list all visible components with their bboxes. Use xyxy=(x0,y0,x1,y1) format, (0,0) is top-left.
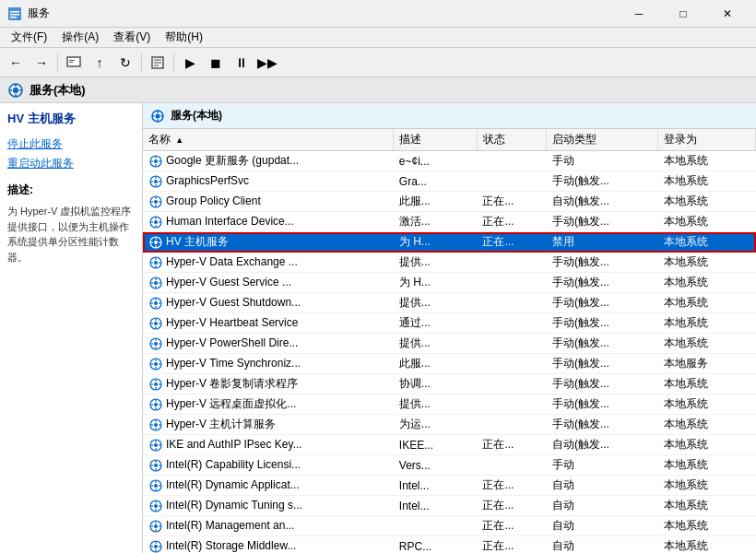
cell-name: Hyper-V 卷影复制请求程序 xyxy=(143,374,394,394)
table-row[interactable]: Hyper-V Time Synchroniz... 此服... 手动(触发..… xyxy=(143,354,756,374)
cell-startup: 自动 xyxy=(547,496,658,516)
window-title: 服务 xyxy=(28,6,618,21)
up-button[interactable]: ↑ xyxy=(88,52,112,74)
right-header-title: 服务(本地) xyxy=(171,108,222,124)
cell-name: Hyper-V Guest Shutdown... xyxy=(143,293,394,313)
menu-file[interactable]: 文件(F) xyxy=(4,28,54,47)
cell-status xyxy=(477,293,547,313)
cell-startup: 手动(触发... xyxy=(547,354,658,374)
table-row[interactable]: Group Policy Client 此服... 正在... 自动(触发...… xyxy=(143,192,756,212)
table-row[interactable]: Intel(R) Storage Middlew... RPC... 正在...… xyxy=(143,536,756,554)
svg-point-25 xyxy=(154,159,158,163)
cell-login: 本地系统 xyxy=(658,273,756,293)
cell-desc: 为 H... xyxy=(394,232,478,253)
cell-status xyxy=(477,253,547,273)
cell-desc: 为运... xyxy=(394,415,478,435)
table-row[interactable]: IKE and AuthIP IPsec Key... IKEE... 正在..… xyxy=(143,435,756,455)
cell-startup: 手动(触发... xyxy=(547,212,658,232)
cell-status: 正在... xyxy=(477,496,547,516)
table-row[interactable]: Intel(R) Management an... 正在... 自动 本地系统 xyxy=(143,516,756,536)
header-title: 服务(本地) xyxy=(30,82,86,99)
cell-desc: 提供... xyxy=(394,253,478,273)
back-button[interactable]: ← xyxy=(4,52,28,74)
table-row[interactable]: Intel(R) Capability Licensi... Vers... 手… xyxy=(143,455,756,476)
table-row[interactable]: Hyper-V Guest Service ... 为 H... 手动(触发..… xyxy=(143,273,756,293)
table-row[interactable]: Hyper-V Guest Shutdown... 提供... 手动(触发...… xyxy=(143,293,756,313)
table-row[interactable]: GraphicsPerfSvc Gra... 手动(触发... 本地系统 xyxy=(143,171,756,192)
cell-login: 本地系统 xyxy=(658,394,756,415)
svg-point-19 xyxy=(156,113,160,118)
svg-point-115 xyxy=(154,464,158,467)
table-row[interactable]: Hyper-V 卷影复制请求程序 协调... 手动(触发... 本地系统 xyxy=(143,374,756,394)
cell-status xyxy=(477,455,547,476)
cell-status xyxy=(477,354,547,374)
table-row[interactable]: Hyper-V 主机计算服务 为运... 手动(触发... 本地系统 xyxy=(143,415,756,435)
service-table-container[interactable]: 名称 ▲ 描述 状态 启动类型 登录为 Google 更新服务 (g xyxy=(143,129,756,553)
cell-startup: 禁用 xyxy=(547,232,658,253)
svg-point-79 xyxy=(154,342,158,346)
table-row[interactable]: Hyper-V PowerShell Dire... 提供... 手动(触发..… xyxy=(143,334,756,354)
cell-name: GraphicsPerfSvc xyxy=(143,171,394,192)
svg-point-43 xyxy=(154,220,158,224)
cell-status xyxy=(477,151,547,171)
cell-name: Human Interface Device... xyxy=(143,212,394,232)
svg-point-85 xyxy=(154,362,158,366)
cell-desc: 此服... xyxy=(394,354,478,374)
table-row[interactable]: Google 更新服务 (gupdat... e~¢i... 手动 本地系统 xyxy=(143,151,756,171)
table-row[interactable]: Hyper-V Data Exchange ... 提供... 手动(触发...… xyxy=(143,253,756,273)
play-button[interactable]: ▶ xyxy=(178,52,202,74)
stop-button[interactable]: ◼ xyxy=(204,52,228,74)
svg-point-103 xyxy=(154,423,158,427)
col-startup[interactable]: 启动类型 xyxy=(547,129,658,151)
close-button[interactable]: ✕ xyxy=(706,0,749,28)
col-name[interactable]: 名称 ▲ xyxy=(143,129,394,151)
restart-button[interactable]: ▶▶ xyxy=(255,52,279,74)
table-row[interactable]: Human Interface Device... 激活... 正在... 手动… xyxy=(143,212,756,232)
menu-action[interactable]: 操作(A) xyxy=(54,28,106,47)
svg-point-31 xyxy=(154,180,158,183)
svg-point-91 xyxy=(154,382,158,386)
cell-status: 正在... xyxy=(477,232,547,253)
svg-point-13 xyxy=(13,88,18,93)
toolbar: ← → ↑ ↻ ▶ ◼ ⏸ ▶▶ xyxy=(0,48,756,77)
table-row[interactable]: Intel(R) Dynamic Applicat... Intel... 正在… xyxy=(143,476,756,496)
maximize-button[interactable]: □ xyxy=(662,0,704,28)
cell-desc: 协调... xyxy=(394,374,478,394)
svg-point-67 xyxy=(154,301,158,305)
cell-login: 本地系统 xyxy=(658,171,756,192)
show-console-button[interactable] xyxy=(62,52,86,74)
table-row[interactable]: Hyper-V Heartbeat Service 通过... 手动(触发...… xyxy=(143,313,756,334)
menu-view[interactable]: 查看(V) xyxy=(106,28,158,47)
col-login[interactable]: 登录为 xyxy=(658,129,756,151)
restart-service-link[interactable]: 重启动此服务 xyxy=(7,156,135,171)
cell-login: 本地系统 xyxy=(658,334,756,354)
cell-login: 本地系统 xyxy=(658,253,756,273)
table-header-row: 名称 ▲ 描述 状态 启动类型 登录为 xyxy=(143,129,756,151)
forward-button[interactable]: → xyxy=(30,52,53,74)
toolbar-separator-1 xyxy=(57,53,58,72)
col-status[interactable]: 状态 xyxy=(477,129,547,151)
cell-desc: RPC... xyxy=(394,536,478,554)
table-row[interactable]: Intel(R) Dynamic Tuning s... Intel... 正在… xyxy=(143,496,756,516)
pause-button[interactable]: ⏸ xyxy=(230,52,254,74)
toolbar-separator-2 xyxy=(141,53,142,72)
export-button[interactable] xyxy=(146,52,170,74)
cell-name: HV 主机服务 xyxy=(143,232,394,253)
cell-desc: 激活... xyxy=(394,212,478,232)
table-row[interactable]: HV 主机服务 为 H... 正在... 禁用 本地系统 xyxy=(143,232,756,253)
refresh-button[interactable]: ↻ xyxy=(113,52,137,74)
table-row[interactable]: Hyper-V 远程桌面虚拟化... 提供... 手动(触发... 本地系统 xyxy=(143,394,756,415)
menu-help[interactable]: 帮助(H) xyxy=(158,28,210,47)
cell-desc xyxy=(394,516,478,536)
right-header: 服务(本地) xyxy=(143,103,756,129)
col-desc[interactable]: 描述 xyxy=(394,129,478,151)
minimize-button[interactable]: ─ xyxy=(618,0,660,28)
left-panel-links: 停止此服务 重启动此服务 xyxy=(7,136,135,171)
cell-desc: Intel... xyxy=(394,476,478,496)
stop-service-link[interactable]: 停止此服务 xyxy=(7,136,135,152)
service-table: 名称 ▲ 描述 状态 启动类型 登录为 Google 更新服务 (g xyxy=(143,129,756,553)
cell-status xyxy=(477,273,547,293)
cell-login: 本地系统 xyxy=(658,415,756,435)
cell-name: Hyper-V Guest Service ... xyxy=(143,273,394,293)
left-panel-title: HV 主机服务 xyxy=(7,111,135,127)
